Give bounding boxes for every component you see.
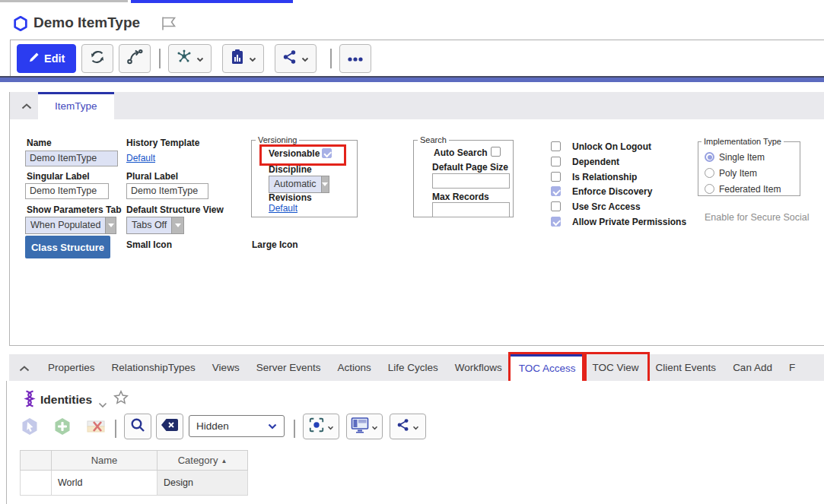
focus-button[interactable] <box>303 414 339 439</box>
default-structure-select[interactable]: Tabs Off <box>126 217 184 234</box>
more-button[interactable] <box>339 44 371 73</box>
run-search-button[interactable] <box>124 414 151 439</box>
tab-toc-view[interactable]: TOC View <box>584 354 647 381</box>
show-parameters-value: When Populated <box>26 217 105 233</box>
toolbar-separator <box>330 49 332 68</box>
select-cursor-icon[interactable] <box>20 417 40 436</box>
tab-properties[interactable]: Properties <box>40 354 103 381</box>
tab-actions[interactable]: Actions <box>329 354 379 381</box>
is-relationship-label: Is Relationship <box>572 172 637 182</box>
share-icon <box>282 49 297 68</box>
versionable-checkbox[interactable] <box>322 148 332 158</box>
tab-server-events[interactable]: Server Events <box>248 354 329 381</box>
identities-dna-icon <box>22 390 37 411</box>
favorite-star-icon[interactable] <box>113 390 129 408</box>
page-title: Demo ItemType <box>33 14 140 31</box>
grid-cell-category[interactable]: Design <box>157 471 248 496</box>
use-src-access-checkbox[interactable] <box>551 201 561 211</box>
auto-search-checkbox[interactable] <box>491 147 501 157</box>
chevron-down-icon <box>301 52 309 65</box>
search-legend: Search <box>418 135 449 144</box>
tab-views[interactable]: Views <box>204 354 248 381</box>
chevron-down-icon[interactable] <box>321 176 329 192</box>
chevron-down-icon <box>268 420 277 432</box>
is-relationship-checkbox[interactable] <box>551 172 561 182</box>
single-item-radio[interactable] <box>705 152 714 162</box>
structure-button[interactable] <box>168 44 212 73</box>
grid-header-category[interactable]: Category▲ <box>157 451 248 471</box>
structure-network-icon <box>176 49 192 68</box>
default-page-size-field[interactable] <box>432 173 510 189</box>
chevron-down-icon[interactable] <box>171 217 183 233</box>
show-parameters-select[interactable]: When Populated <box>25 217 116 234</box>
name-field[interactable]: Demo ItemType <box>25 151 118 166</box>
add-item-icon[interactable] <box>52 417 72 436</box>
tab-client-events[interactable]: Client Events <box>647 354 725 381</box>
focus-target-icon <box>308 417 325 436</box>
tab-partial[interactable]: F <box>781 354 803 381</box>
main-toolbar: Edit <box>10 40 824 76</box>
clear-search-icon <box>161 418 179 435</box>
collapse-relationships-button[interactable] <box>9 354 40 381</box>
use-src-access-label: Use Src Access <box>572 201 641 212</box>
poly-item-label: Poly Item <box>719 168 757 179</box>
default-page-size-label: Default Page Size <box>432 162 508 173</box>
class-structure-button[interactable]: Class Structure <box>25 236 110 258</box>
show-parameters-label: Show Parameters Tab <box>27 204 122 215</box>
flag-icon[interactable] <box>160 16 177 34</box>
tab-life-cycles[interactable]: Life Cycles <box>380 354 447 381</box>
auto-search-label: Auto Search <box>434 147 488 158</box>
reports-button[interactable] <box>222 44 264 73</box>
top-strip-gray <box>0 0 128 2</box>
grid-header-name[interactable]: Name <box>52 451 157 471</box>
federated-item-radio[interactable] <box>705 184 714 194</box>
chevron-down-icon[interactable] <box>98 398 107 411</box>
history-template-link[interactable]: Default <box>126 153 155 163</box>
unlock-on-logout-checkbox[interactable] <box>551 141 561 151</box>
dependent-checkbox[interactable] <box>551 157 561 166</box>
large-icon-label: Large Icon <box>252 239 298 250</box>
plural-label-field[interactable]: Demo ItemType <box>126 183 208 199</box>
tab-toc-access[interactable]: TOC Access <box>511 354 584 381</box>
chevron-down-icon <box>327 420 334 433</box>
top-strip-blue <box>131 0 293 3</box>
unlock-on-logout-label: Unlock On Logout <box>572 141 651 152</box>
refresh-icon <box>89 49 106 68</box>
search-mode-select[interactable]: Hidden <box>189 415 285 437</box>
refresh-button[interactable] <box>81 44 113 73</box>
tab-can-add[interactable]: Can Add <box>724 354 781 381</box>
name-label: Name <box>27 138 52 148</box>
promote-button[interactable] <box>119 44 151 73</box>
max-records-field[interactable] <box>432 202 510 217</box>
chevron-down-icon[interactable] <box>105 217 116 233</box>
grid-cell-rowhandle[interactable] <box>21 471 52 496</box>
share-button[interactable] <box>275 44 317 73</box>
grid-row[interactable]: World Design <box>21 471 248 496</box>
edit-button[interactable]: Edit <box>17 44 76 73</box>
tab-relationshiptypes[interactable]: RelationshipTypes <box>103 354 204 381</box>
delete-row-icon[interactable] <box>86 417 106 436</box>
share-relationships-button[interactable] <box>390 414 426 439</box>
more-icon <box>347 52 364 65</box>
grid-header-rowhandle[interactable] <box>21 451 52 471</box>
chevron-down-icon <box>412 420 419 433</box>
search-icon <box>129 417 146 436</box>
discipline-select[interactable]: Automatic <box>269 176 329 193</box>
poly-item-radio[interactable] <box>705 168 714 178</box>
form-tabstrip: ItemType <box>10 92 824 119</box>
clear-search-button[interactable] <box>156 414 183 439</box>
singular-label-field[interactable]: Demo ItemType <box>25 183 109 199</box>
identities-grid: Name Category▲ World Design <box>20 450 248 496</box>
grid-cell-name[interactable]: World <box>52 471 157 496</box>
app-window: Demo ItemType Edit <box>0 0 824 504</box>
discipline-value: Automatic <box>269 176 321 192</box>
allow-private-permissions-checkbox[interactable] <box>551 217 561 227</box>
history-template-label: History Template <box>126 138 199 148</box>
collapse-form-button[interactable] <box>17 97 36 115</box>
revisions-link[interactable]: Default <box>269 203 297 214</box>
collapse-chevron-icon <box>19 361 30 375</box>
layout-button[interactable] <box>346 414 383 439</box>
tab-itemtype[interactable]: ItemType <box>38 92 114 119</box>
enforce-discovery-checkbox[interactable] <box>551 186 561 196</box>
tab-workflows[interactable]: Workflows <box>447 354 511 381</box>
